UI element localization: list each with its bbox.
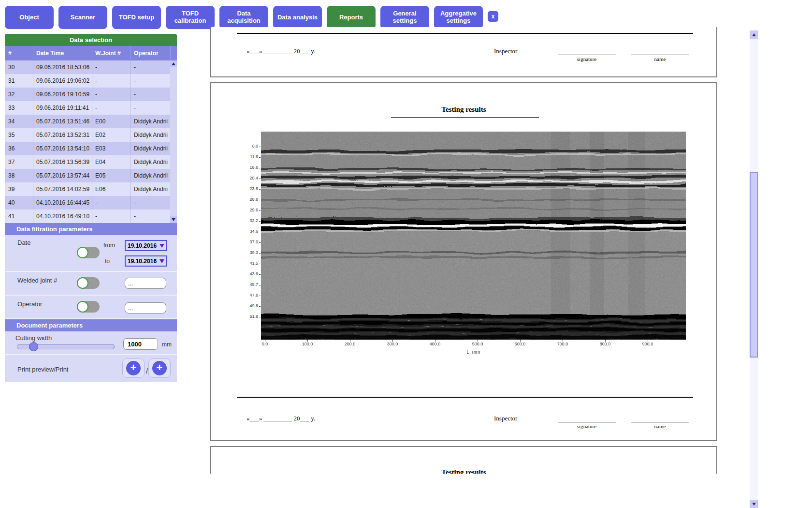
- toolbar-button-data-acquisition[interactable]: Data acquisition: [219, 6, 268, 29]
- scroll-down-button[interactable]: [750, 500, 758, 508]
- toolbar-button-data-analysis[interactable]: Data analysis: [273, 6, 322, 29]
- date-from-dropdown[interactable]: 19.10.2016: [125, 240, 167, 251]
- x-tick: [605, 340, 606, 342]
- slider-thumb[interactable]: [29, 342, 38, 351]
- table-cell: -: [92, 196, 130, 209]
- y-tick: [259, 264, 261, 264]
- scroll-up-button[interactable]: [750, 30, 758, 39]
- toggle-knob-icon: [77, 301, 88, 313]
- table-row[interactable]: 4104.10.2016 16:49:10--: [5, 209, 177, 223]
- signature-line: [558, 422, 616, 422]
- table-cell: 37: [5, 155, 33, 169]
- toolbar-button-aggregative-settings[interactable]: Aggregative settings: [434, 6, 483, 29]
- column-header: Operator: [130, 46, 170, 60]
- table-cell: -: [130, 88, 170, 101]
- table-cell: 36: [5, 142, 33, 155]
- cutting-width-label: Cutting width: [15, 334, 52, 342]
- y-axis-label: 29.6: [242, 208, 258, 212]
- dropdown-arrow-button[interactable]: [158, 244, 166, 248]
- table-cell: 35: [5, 128, 33, 142]
- y-tick: [259, 210, 261, 211]
- toolbar-button-tofd-calibration[interactable]: TOFD calibration: [166, 6, 215, 29]
- table-scroll-down-button[interactable]: [170, 216, 177, 223]
- table-cell: -: [130, 209, 170, 223]
- x-axis-label: 700.0: [552, 342, 573, 346]
- table-cell: 40: [5, 196, 33, 209]
- print-separator: /: [146, 367, 148, 375]
- table-row[interactable]: 4004.10.2016 16:44:45--: [5, 196, 177, 209]
- table-scroll-up-button[interactable]: [170, 60, 177, 67]
- table-cell: -: [92, 88, 130, 101]
- toolbar-button-general-settings[interactable]: General settings: [380, 6, 429, 29]
- operator-input[interactable]: [125, 302, 166, 314]
- welded-joint-input[interactable]: [125, 278, 166, 289]
- table-cell: 05.07.2016 13:56:39: [33, 155, 92, 169]
- x-axis-label: 200.0: [339, 342, 361, 346]
- table-row[interactable]: 3309.06.2016 19:11:41--: [5, 101, 177, 115]
- y-axis-label: 16.6: [242, 165, 258, 170]
- table-cell: 33: [5, 101, 33, 115]
- toggle-knob-icon: [77, 247, 88, 258]
- x-tick: [307, 340, 308, 342]
- name-line: [631, 422, 689, 422]
- vertical-scrollbar[interactable]: [750, 30, 758, 508]
- dropdown-arrow-button[interactable]: [158, 259, 166, 263]
- operator-toggle[interactable]: [77, 301, 100, 313]
- table-cell: Diddyk Andrii: [130, 142, 170, 155]
- table-cell: 04.10.2016 16:44:45: [33, 196, 92, 209]
- signature-caption: signature: [558, 56, 616, 62]
- table-cell: 05.07.2016 13:52:31: [33, 128, 92, 142]
- triangle-down-icon: [752, 503, 756, 506]
- report-page-2: Testing results: [210, 82, 717, 441]
- table-row[interactable]: 3209.06.2016 19:10:59--: [5, 88, 177, 101]
- table-cell: 39: [5, 182, 33, 196]
- toolbar-button-reports[interactable]: Reports: [327, 6, 376, 29]
- x-tick: [563, 340, 563, 342]
- x-axis-label: 600.0: [509, 342, 531, 346]
- data-selection-title: Data selection: [5, 34, 177, 46]
- results-title: Testing results: [211, 468, 716, 474]
- table-cell: 41: [5, 209, 33, 223]
- table-row[interactable]: 3705.07.2016 13:56:39E04Diddyk Andrii: [5, 155, 177, 169]
- plus-icon: +: [152, 361, 167, 375]
- name-caption: name: [631, 423, 689, 429]
- tofd-scan-image: [261, 132, 686, 340]
- table-cell: -: [130, 74, 170, 88]
- print-preview-button[interactable]: +: [122, 359, 145, 378]
- table-cell: E06: [92, 182, 130, 196]
- table-row[interactable]: 3109.06.2016 19:06:02--: [5, 74, 177, 88]
- date-to-dropdown[interactable]: 19.10.2016: [125, 255, 167, 267]
- table-row[interactable]: 3009.06.2016 18:53:06--: [5, 60, 177, 74]
- scrollbar-thumb[interactable]: [750, 172, 758, 358]
- toggle-knob-icon: [77, 277, 88, 289]
- operator-filter-row: Operator: [5, 296, 177, 319]
- table-row[interactable]: 3605.07.2016 13:54:10E03Diddyk Andrii: [5, 142, 177, 155]
- table-cell: E04: [92, 155, 130, 169]
- y-tick: [259, 306, 261, 307]
- welded-joint-toggle[interactable]: [77, 277, 100, 289]
- table-row[interactable]: 3905.07.2016 14:02:59E06Diddyk Andrii: [5, 182, 177, 196]
- column-header: Date Time: [33, 46, 92, 60]
- cutting-width-row: Cutting width mm: [5, 331, 177, 355]
- signature-line: [558, 55, 616, 55]
- toolbar-button-object[interactable]: Object: [5, 6, 54, 29]
- column-header: #: [5, 46, 33, 60]
- report-page-3: Testing results: [210, 446, 717, 474]
- toolbar-close-button[interactable]: x: [488, 11, 498, 22]
- date-filter-row: Date from 19.10.2016 to 19.10.2016: [5, 235, 177, 272]
- table-row[interactable]: 3405.07.2016 13:51:46E00Diddyk Andrii: [5, 115, 177, 128]
- table-row[interactable]: 3805.07.2016 13:57:44E05Diddyk Andrii: [5, 169, 177, 182]
- cutting-width-input[interactable]: [123, 338, 158, 350]
- date-filter-toggle[interactable]: [77, 247, 100, 258]
- toolbar-button-scanner[interactable]: Scanner: [58, 6, 107, 29]
- table-scrollbar[interactable]: [170, 60, 177, 223]
- cutting-width-slider[interactable]: [17, 344, 115, 349]
- app-window: ObjectScannerTOFD setupTOFD calibrationD…: [0, 0, 812, 508]
- table-row[interactable]: 3505.07.2016 13:52:31E02Diddyk Andrii: [5, 128, 177, 142]
- x-axis-label: 100.0: [297, 342, 318, 346]
- report-page-1: «___» _________ 20___ y. Inspector signa…: [210, 27, 717, 77]
- toolbar-button-tofd-setup[interactable]: TOFD setup: [112, 6, 161, 29]
- column-header: [170, 46, 177, 60]
- print-button[interactable]: +: [148, 359, 171, 378]
- y-axis-label: 20.4: [242, 176, 258, 180]
